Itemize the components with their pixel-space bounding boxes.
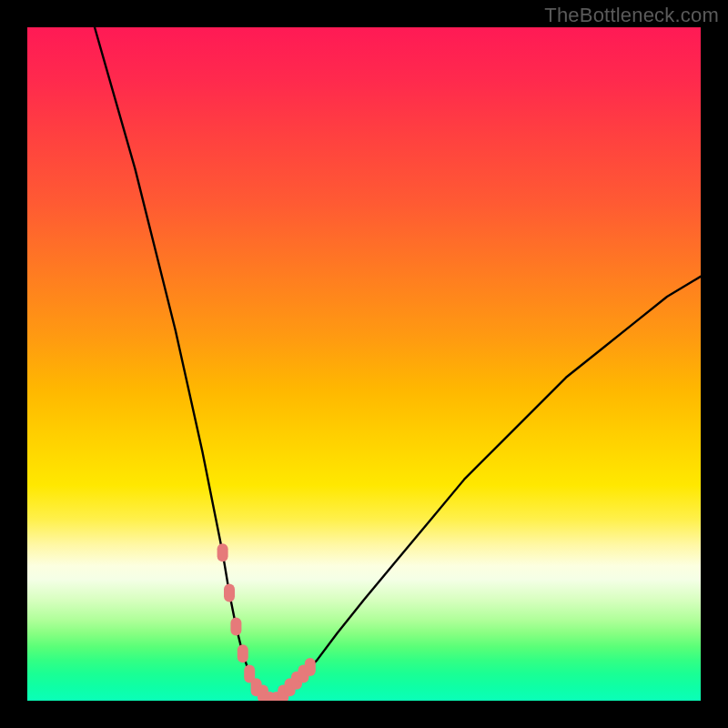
highlight-marker — [230, 618, 241, 636]
highlight-marker — [305, 658, 316, 676]
highlight-marker — [217, 543, 228, 561]
highlight-marker — [224, 584, 235, 602]
chart-plot-area — [27, 27, 701, 701]
bottleneck-curve — [95, 27, 701, 701]
watermark-text: TheBottleneck.com — [544, 4, 719, 27]
highlight-markers — [217, 543, 316, 701]
highlight-marker — [238, 644, 248, 662]
chart-svg — [27, 27, 701, 701]
chart-frame: TheBottleneck.com — [0, 0, 728, 728]
